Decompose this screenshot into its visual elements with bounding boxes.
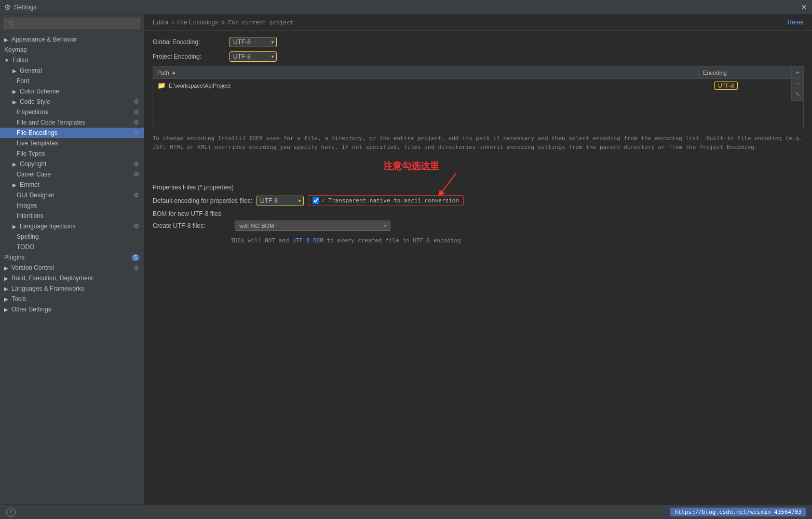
sidebar-item-label: Copyright: [20, 160, 46, 168]
add-row-button[interactable]: +: [792, 66, 803, 78]
sidebar-item-general[interactable]: ▶ General: [0, 65, 144, 76]
table-cell-encoding: UTF-8: [710, 83, 803, 89]
sidebar-item-label: Editor: [12, 57, 29, 64]
reset-button[interactable]: Reset: [788, 19, 804, 26]
sidebar-item-label: TODO: [17, 243, 34, 251]
edit-row-button[interactable]: ✎: [792, 89, 803, 101]
sidebar-item-font[interactable]: Font: [0, 76, 144, 86]
project-encoding-select[interactable]: UTF-8 UTF-16 ISO-8859-1 GBK: [229, 51, 277, 62]
remove-row-button[interactable]: −: [792, 78, 803, 89]
sidebar-item-label: Version Control: [11, 264, 54, 271]
arrow-icon: ▶: [4, 265, 8, 271]
sidebar-item-build-execution[interactable]: ▶ Build, Execution, Deployment: [0, 273, 144, 283]
sidebar-item-language-injections[interactable]: ▶ Language Injections ⚙: [0, 221, 144, 231]
props-encoding-select[interactable]: UTF-8 UTF-16 ISO-8859-1 GBK: [256, 196, 304, 206]
settings-icon: ⚙: [4, 3, 11, 11]
search-input[interactable]: [4, 18, 140, 29]
project-encoding-row: Project Encoding: UTF-8 UTF-16 ISO-8859-…: [153, 51, 804, 62]
sidebar-item-label: Intentions: [17, 212, 44, 220]
global-encoding-select[interactable]: UTF-8 UTF-16 ISO-8859-1 GBK: [229, 37, 277, 47]
sidebar-item-label: File Types: [17, 150, 45, 157]
breadcrumb-file-encodings: File Encodings: [177, 19, 218, 26]
bom-row: Create UTF-8 files: with NO BOM with BOM: [153, 221, 804, 231]
main-content: Editor › File Encodings ⚙ For current pr…: [144, 15, 812, 504]
sidebar-item-gui-designer[interactable]: GUI Designer ⚙: [0, 190, 144, 200]
sidebar-item-tools[interactable]: ▶ Tools: [0, 294, 144, 304]
sidebar-item-emmet[interactable]: ▶ Emmet: [0, 180, 144, 190]
encoding-table: Path ▲ Encoding 📁 E:\workspace\ApiProjec…: [153, 66, 804, 128]
plugin-badge: 5: [131, 254, 140, 261]
sidebar-item-label: Inspections: [17, 108, 48, 116]
breadcrumb-editor: Editor: [153, 19, 169, 26]
props-row: Default encoding for properties files: U…: [153, 195, 804, 206]
sidebar-item-spelling[interactable]: Spelling: [0, 231, 144, 242]
col-encoding-label: Encoding: [698, 70, 792, 76]
help-button[interactable]: ?: [6, 508, 16, 517]
sidebar-item-label: Live Templates: [17, 140, 58, 147]
sidebar-item-label: Languages & Frameworks: [11, 285, 84, 292]
sidebar-item-appearance[interactable]: ▶ Appearance & Behavior: [0, 34, 144, 45]
sidebar-item-label: GUI Designer: [17, 192, 55, 199]
sidebar-item-label: File and Code Templates: [17, 119, 86, 126]
window-title: Settings: [14, 4, 797, 11]
svg-line-0: [440, 173, 456, 194]
encoding-controls: Global Encoding: UTF-8 UTF-16 ISO-8859-1…: [144, 31, 812, 66]
sidebar-item-color-scheme[interactable]: ▶ Color Scheme: [0, 86, 144, 97]
settings-badge-icon: ⚙: [132, 264, 140, 271]
default-encoding-label: Default encoding for properties files:: [153, 197, 252, 204]
bottom-url: https://blog.csdn.net/weixin_43564783: [670, 508, 806, 516]
global-encoding-select-wrapper: UTF-8 UTF-16 ISO-8859-1 GBK: [229, 37, 277, 47]
global-encoding-row: Global Encoding: UTF-8 UTF-16 ISO-8859-1…: [153, 37, 804, 47]
close-button[interactable]: ✕: [801, 4, 808, 11]
sidebar-item-keymap[interactable]: Keymap: [0, 45, 144, 55]
col-path: Path ▲: [153, 70, 698, 76]
sidebar-item-file-code-templates[interactable]: File and Code Templates ⚙: [0, 117, 144, 128]
sidebar-item-camel-case[interactable]: Camel Case ⚙: [0, 169, 144, 180]
sidebar-item-version-control[interactable]: ▶ Version Control ⚙: [0, 263, 144, 273]
project-encoding-label: Project Encoding:: [153, 53, 225, 60]
sidebar-item-plugins[interactable]: Plugins 5: [0, 252, 144, 263]
sidebar-item-label: Code Style: [20, 98, 50, 105]
sidebar-items: ▶ Appearance & Behavior Keymap ▼ Editor …: [0, 32, 144, 504]
breadcrumb: Editor › File Encodings ⚙ For current pr…: [144, 15, 812, 31]
properties-section: Properties Files (*.properties) Default …: [144, 184, 812, 210]
col-path-label: Path: [157, 70, 169, 76]
sidebar-item-editor[interactable]: ▼ Editor: [0, 55, 144, 65]
sidebar-item-label: Spelling: [17, 233, 39, 240]
sidebar-item-live-templates[interactable]: Live Templates: [0, 138, 144, 148]
table-row[interactable]: 📁 E:\workspace\ApiProject UTF-8: [153, 79, 803, 92]
transparent-conversion-checkbox[interactable]: [313, 197, 319, 204]
table-cell-path: 📁 E:\workspace\ApiProject: [153, 81, 710, 89]
sidebar-item-inspections[interactable]: Inspections ⚙: [0, 107, 144, 117]
sidebar-item-code-style[interactable]: ▶ Code Style ⚙: [0, 97, 144, 107]
arrow-icon: ▶: [12, 182, 17, 188]
sidebar-item-label: Camel Case: [17, 171, 51, 178]
settings-badge-icon: ⚙: [132, 129, 140, 136]
settings-body: Global Encoding: UTF-8 UTF-16 ISO-8859-1…: [144, 31, 812, 504]
settings-badge-icon: ⚙: [132, 192, 140, 199]
sidebar-item-label: Tools: [11, 295, 26, 303]
arrow-icon: ▶: [4, 286, 8, 292]
title-bar: ⚙ Settings ✕: [0, 0, 812, 15]
breadcrumb-project: ⚙ For current project: [221, 19, 293, 26]
sidebar-item-languages-frameworks[interactable]: ▶ Languages & Frameworks: [0, 283, 144, 294]
sidebar-item-copyright[interactable]: ▶ Copyright ⚙: [0, 159, 144, 169]
sidebar-item-label: Images: [17, 202, 37, 209]
bom-note-post: to every created file in UTF-8 encoding: [323, 237, 461, 244]
bom-select[interactable]: with NO BOM with BOM: [235, 221, 390, 231]
sort-icon: ▲: [171, 70, 177, 75]
sidebar-item-file-types[interactable]: File Types: [0, 148, 144, 159]
sidebar-item-intentions[interactable]: Intentions: [0, 211, 144, 221]
sidebar-item-label: Build, Execution, Deployment: [11, 275, 93, 282]
sidebar-item-other-settings[interactable]: ▶ Other Settings: [0, 304, 144, 315]
sidebar-item-label: Language Injections: [20, 223, 75, 230]
sidebar-item-file-encodings[interactable]: File Encodings ⚙: [0, 128, 144, 138]
arrow-icon: ▶: [4, 37, 8, 43]
arrow-icon: ▶: [12, 99, 17, 105]
info-text-content: To change encoding IntelliJ IDEA uses fo…: [153, 135, 803, 151]
sidebar-item-images[interactable]: Images: [0, 200, 144, 211]
sidebar-item-label: Font: [17, 77, 29, 85]
sidebar-item-todo[interactable]: TODO: [0, 242, 144, 252]
info-text: To change encoding IntelliJ IDEA uses fo…: [144, 128, 812, 158]
bottom-bar: ? https://blog.csdn.net/weixin_43564783: [0, 504, 812, 519]
